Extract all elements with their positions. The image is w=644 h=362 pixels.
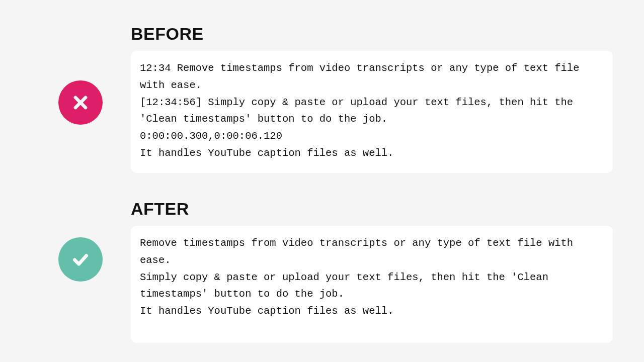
check-icon [70,249,91,269]
error-circle [58,80,103,125]
before-line: 12:34 Remove timestamps from video trans… [140,60,604,94]
after-line: It handles YouTube caption files as well… [140,303,604,320]
after-row: AFTER Remove timestamps from video trans… [30,187,614,343]
before-line: 0:00:00.300,0:00:06.120 [140,128,604,145]
before-line: [12:34:56] Simply copy & paste or upload… [140,94,604,128]
after-heading: AFTER [131,199,614,219]
after-line: Simply copy & paste or upload your text … [140,269,604,303]
before-row: BEFORE 12:34 Remove timestamps from vide… [30,20,614,173]
after-line: Remove timestamps from video transcripts… [140,235,604,269]
after-content: AFTER Remove timestamps from video trans… [131,187,614,343]
before-card: 12:34 Remove timestamps from video trans… [131,51,613,173]
after-card: Remove timestamps from video transcripts… [131,226,613,343]
after-icon-column [30,187,131,282]
success-circle [58,237,103,282]
before-line: It handles YouTube caption files as well… [140,145,604,162]
x-icon [70,93,91,113]
before-icon-column [30,20,131,125]
before-heading: BEFORE [131,24,614,44]
before-content: BEFORE 12:34 Remove timestamps from vide… [131,20,614,173]
